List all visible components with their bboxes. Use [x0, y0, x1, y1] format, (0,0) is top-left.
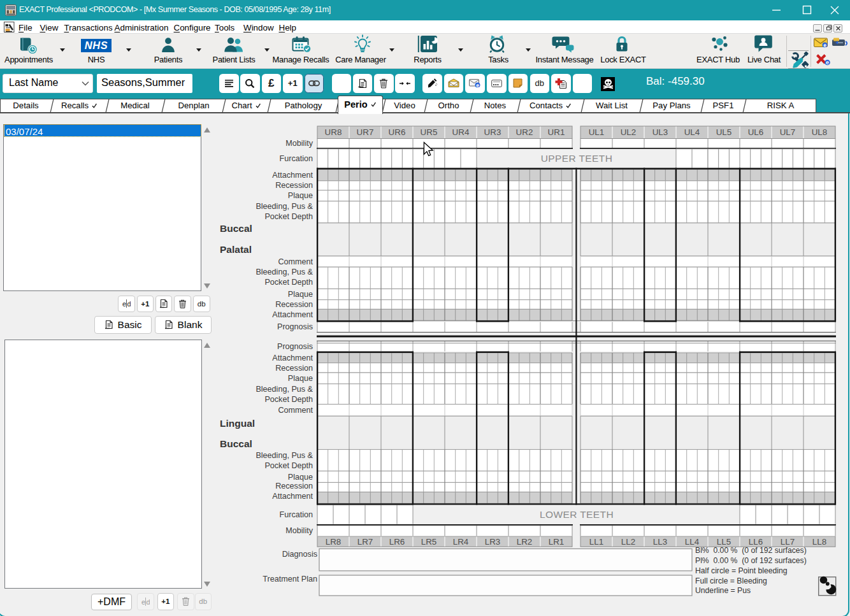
svg-text:Mobility: Mobility: [285, 526, 313, 535]
svg-text:Mobility: Mobility: [285, 139, 313, 148]
svg-text:LL3: LL3: [653, 537, 667, 547]
svg-text:Buccal: Buccal: [220, 438, 252, 449]
svg-text:UR1: UR1: [548, 127, 565, 137]
svg-text:Bl% 0.00 % (0 of 192 surface: Bl% 0.00 % (0 of 192 surfaces): [695, 546, 807, 555]
svg-text:LL1: LL1: [589, 537, 603, 547]
svg-text:LL7: LL7: [781, 537, 795, 547]
svg-text:Recession: Recession: [275, 300, 313, 309]
svg-text:Pocket Depth: Pocket Depth: [264, 278, 313, 287]
svg-text:Plaque: Plaque: [288, 191, 313, 200]
svg-text:LR1: LR1: [549, 537, 565, 547]
svg-text:UL8: UL8: [812, 127, 828, 137]
svg-text:Attachment: Attachment: [272, 354, 313, 362]
svg-text:Attachment: Attachment: [272, 171, 313, 180]
svg-text:LL4: LL4: [685, 537, 700, 547]
svg-text:Pocket Depth: Pocket Depth: [264, 461, 313, 470]
svg-text:LR3: LR3: [485, 537, 501, 547]
svg-text:UR3: UR3: [484, 127, 501, 137]
svg-text:Attachment: Attachment: [272, 492, 313, 501]
svg-text:LR4: LR4: [453, 537, 469, 547]
svg-text:LR7: LR7: [357, 537, 373, 547]
svg-text:Recession: Recession: [275, 482, 313, 491]
svg-text:Attachment: Attachment: [272, 310, 313, 319]
svg-text:UL4: UL4: [684, 127, 700, 137]
svg-text:Bleeding, Pus &: Bleeding, Pus &: [256, 268, 313, 276]
svg-text:Pocket Depth: Pocket Depth: [264, 212, 313, 221]
svg-text:Prognosis: Prognosis: [277, 342, 313, 351]
svg-text:UR7: UR7: [357, 127, 374, 137]
svg-text:Full circle = Bleeding: Full circle = Bleeding: [695, 577, 767, 585]
svg-text:UR2: UR2: [516, 127, 533, 137]
svg-text:UL7: UL7: [780, 127, 796, 137]
svg-text:Palatal: Palatal: [220, 244, 252, 255]
svg-text:LR6: LR6: [389, 537, 405, 547]
svg-text:Plaque: Plaque: [288, 374, 313, 383]
svg-text:LL2: LL2: [621, 537, 635, 547]
svg-text:Pl% 0.00 % (0 of 192 surface: Pl% 0.00 % (0 of 192 surfaces): [695, 556, 807, 565]
svg-text:UR5: UR5: [421, 127, 438, 137]
svg-text:Furcation: Furcation: [280, 510, 313, 519]
svg-text:LL5: LL5: [717, 537, 731, 547]
svg-text:Diagnosis: Diagnosis: [282, 550, 317, 559]
svg-text:Pocket Depth: Pocket Depth: [264, 395, 313, 404]
svg-text:Prognosis: Prognosis: [277, 322, 313, 331]
svg-text:UL1: UL1: [589, 127, 605, 137]
svg-text:Furcation: Furcation: [280, 154, 313, 163]
svg-text:LOWER TEETH: LOWER TEETH: [540, 509, 614, 520]
svg-text:Bleeding, Pus &: Bleeding, Pus &: [256, 385, 313, 394]
svg-text:LR8: LR8: [326, 537, 342, 547]
svg-text:UR4: UR4: [452, 127, 470, 137]
svg-text:LL6: LL6: [749, 537, 763, 547]
svg-text:LR5: LR5: [421, 537, 437, 547]
svg-text:Bleeding, Pus &: Bleeding, Pus &: [256, 202, 313, 211]
svg-text:Recession: Recession: [275, 364, 313, 373]
svg-text:UPPER TEETH: UPPER TEETH: [541, 153, 613, 164]
svg-text:LL8: LL8: [812, 537, 826, 547]
svg-text:UL3: UL3: [652, 127, 668, 137]
svg-text:Plaque: Plaque: [288, 473, 313, 482]
svg-text:Recession: Recession: [275, 181, 313, 190]
svg-text:Comment: Comment: [278, 257, 313, 266]
svg-text:UR8: UR8: [325, 127, 342, 137]
svg-text:Treatment Plan: Treatment Plan: [263, 575, 317, 584]
svg-text:UL2: UL2: [621, 127, 637, 137]
svg-text:LR2: LR2: [517, 537, 533, 547]
svg-text:UL5: UL5: [716, 127, 732, 137]
svg-text:Underline = Pus: Underline = Pus: [695, 586, 751, 595]
svg-text:Lingual: Lingual: [220, 418, 255, 429]
svg-text:Plaque: Plaque: [288, 290, 313, 299]
svg-text:Comment: Comment: [278, 406, 313, 415]
svg-text:Bleeding, Pus &: Bleeding, Pus &: [256, 451, 313, 460]
svg-text:Half circle = Point bleeding: Half circle = Point bleeding: [695, 566, 788, 575]
svg-text:UR6: UR6: [389, 127, 406, 137]
svg-text:Buccal: Buccal: [220, 223, 252, 234]
svg-text:UL6: UL6: [748, 127, 764, 137]
